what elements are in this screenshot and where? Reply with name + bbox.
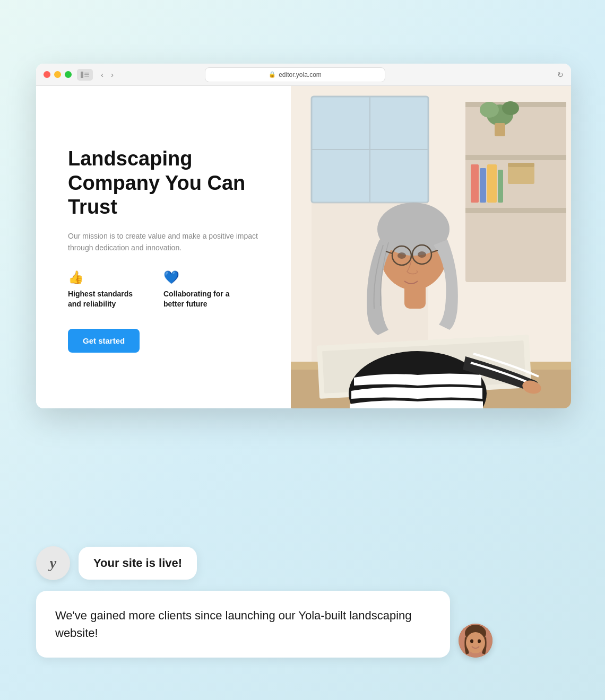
testimonial-bubble: We've gained more clients since launchin… <box>36 591 450 658</box>
feature-standards-label: Highest standards and reliability <box>68 289 142 310</box>
website-right-panel <box>291 86 571 408</box>
yola-avatar: y <box>36 546 70 580</box>
svg-point-42 <box>466 632 485 653</box>
svg-rect-2 <box>84 74 89 75</box>
svg-point-44 <box>478 640 481 643</box>
svg-rect-12 <box>465 155 566 160</box>
website-left-panel: Landscaping Company You Can Trust Our mi… <box>36 86 291 408</box>
svg-rect-21 <box>498 170 503 203</box>
notification-row: y Your site is live! <box>36 546 569 580</box>
svg-rect-3 <box>84 76 89 77</box>
hero-image <box>291 86 571 408</box>
svg-rect-0 <box>81 72 83 78</box>
back-button[interactable]: ‹ <box>98 69 106 80</box>
notification-bubble: Your site is live! <box>79 547 197 580</box>
sidebar-toggle[interactable] <box>77 69 93 81</box>
svg-point-38 <box>397 252 406 259</box>
address-bar[interactable]: 🔒 editor.yola.com <box>205 67 385 82</box>
heart-icon: 💙 <box>163 270 238 285</box>
browser-toolbar: ‹ › 🔒 editor.yola.com ↻ <box>36 64 571 86</box>
svg-point-43 <box>470 640 473 643</box>
testimonial-text: We've gained more clients since launchin… <box>55 609 412 640</box>
features-row: 👍 Highest standards and reliability 💙 Co… <box>68 270 264 310</box>
reload-button[interactable]: ↻ <box>557 71 564 79</box>
close-button[interactable] <box>44 71 50 78</box>
chat-section: y Your site is live! We've gained more c… <box>36 546 569 658</box>
svg-point-15 <box>480 102 499 118</box>
svg-rect-17 <box>495 123 505 136</box>
user-avatar <box>459 624 492 658</box>
browser-window: ‹ › 🔒 editor.yola.com ↻ Landscaping Comp… <box>36 64 571 408</box>
url-text: editor.yola.com <box>279 71 322 78</box>
svg-rect-23 <box>508 163 534 167</box>
svg-rect-19 <box>480 168 486 203</box>
lock-icon: 🔒 <box>269 71 276 78</box>
forward-button[interactable]: › <box>108 69 116 80</box>
website-content: Landscaping Company You Can Trust Our mi… <box>36 86 571 408</box>
thumbsup-icon: 👍 <box>68 270 142 285</box>
notification-text: Your site is live! <box>93 556 182 570</box>
minimize-button[interactable] <box>54 71 61 78</box>
site-title: Landscaping Company You Can Trust <box>68 147 264 220</box>
svg-rect-20 <box>487 164 497 203</box>
feature-collaborating: 💙 Collaborating for a better future <box>163 270 238 310</box>
nav-buttons: ‹ › <box>98 69 116 80</box>
svg-point-39 <box>418 251 426 258</box>
maximize-button[interactable] <box>65 71 72 78</box>
svg-rect-18 <box>471 164 479 203</box>
testimonial-row: We've gained more clients since launchin… <box>36 591 569 658</box>
svg-point-16 <box>502 101 519 115</box>
traffic-lights <box>44 71 72 78</box>
site-description: Our mission is to create value and make … <box>68 230 264 254</box>
svg-rect-13 <box>465 208 566 213</box>
feature-standards: 👍 Highest standards and reliability <box>68 270 142 310</box>
feature-collaborating-label: Collaborating for a better future <box>163 289 238 310</box>
get-started-button[interactable]: Get started <box>68 329 140 353</box>
avatar-letter: y <box>50 555 56 572</box>
svg-rect-1 <box>84 73 89 74</box>
